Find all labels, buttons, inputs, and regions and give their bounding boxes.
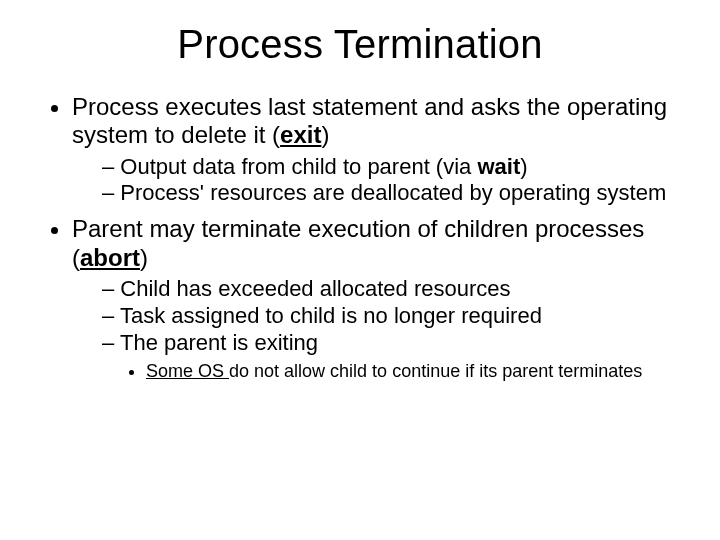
bullet-text: ): [140, 244, 148, 271]
bullet-text: Process' resources are deallocated by op…: [120, 180, 666, 205]
bullet-text: Output data from child to parent (via: [120, 154, 477, 179]
bullet-list: Process executes last statement and asks…: [30, 93, 690, 383]
bullet-text: The parent is exiting: [120, 330, 318, 355]
sub-sub-bullet-item: Some OS do not allow child to continue i…: [146, 360, 690, 383]
bullet-item: Process executes last statement and asks…: [72, 93, 690, 207]
slide: Process Termination Process executes las…: [0, 0, 720, 540]
bullet-item: Parent may terminate execution of childr…: [72, 215, 690, 383]
bullet-text: Parent may terminate execution of childr…: [72, 215, 644, 270]
bullet-text: Process executes last statement and asks…: [72, 93, 667, 148]
sub-bullet-list: Child has exceeded allocated resources T…: [72, 276, 690, 383]
sub-bullet-list: Output data from child to parent (via wa…: [72, 154, 690, 208]
bullet-text: do not allow child to continue if its pa…: [229, 361, 642, 381]
sub-bullet-item: Child has exceeded allocated resources: [102, 276, 690, 303]
keyword: exit: [280, 121, 321, 148]
keyword: Some OS: [146, 361, 229, 381]
sub-sub-bullet-list: Some OS do not allow child to continue i…: [102, 360, 690, 383]
slide-title: Process Termination: [30, 22, 690, 67]
bullet-text: Task assigned to child is no longer requ…: [120, 303, 542, 328]
sub-bullet-item: Process' resources are deallocated by op…: [102, 180, 690, 207]
bullet-text: ): [321, 121, 329, 148]
sub-bullet-item: Task assigned to child is no longer requ…: [102, 303, 690, 330]
keyword: abort: [80, 244, 140, 271]
bullet-text: Child has exceeded allocated resources: [120, 276, 510, 301]
keyword: wait: [477, 154, 520, 179]
bullet-text: ): [520, 154, 527, 179]
sub-bullet-item: Output data from child to parent (via wa…: [102, 154, 690, 181]
sub-bullet-item: The parent is exiting Some OS do not all…: [102, 330, 690, 383]
